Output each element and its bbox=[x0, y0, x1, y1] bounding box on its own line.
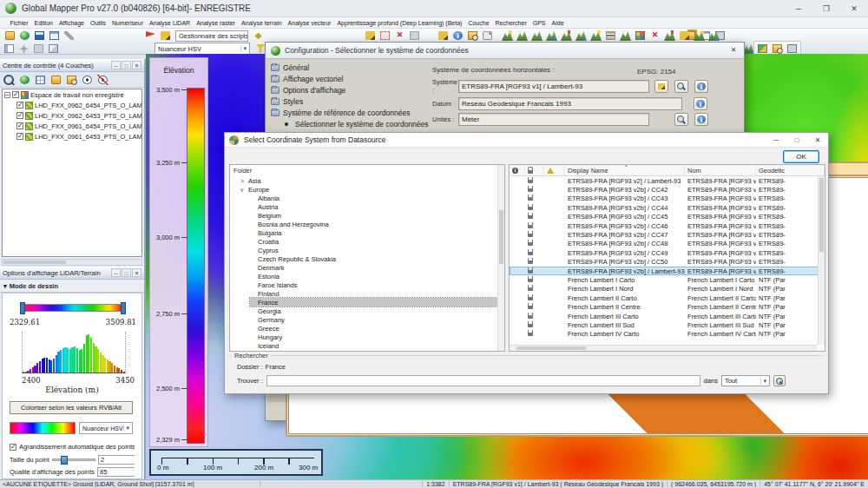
crs-row[interactable]: ETRS89-FRA [RGF93 v2b] / Lambert-93 ETRS… bbox=[510, 267, 825, 275]
path-profile-terrain-icon[interactable] bbox=[663, 30, 676, 42]
clear-terrain-icon[interactable]: ✕ bbox=[648, 30, 661, 42]
folder-country[interactable]: Greece bbox=[250, 324, 504, 333]
crs-row[interactable]: French Lambert I Nord French Lambert I N… bbox=[510, 285, 825, 293]
config-tree-select-crs[interactable]: Sélectionner le système de coordonnées bbox=[271, 118, 425, 129]
folder-country[interactable]: Austria bbox=[250, 202, 504, 211]
menu-item[interactable]: Outils bbox=[87, 20, 108, 26]
point-size-slider[interactable] bbox=[52, 458, 95, 461]
menu-item[interactable]: Numériseur bbox=[108, 20, 146, 26]
close-icon[interactable]: ✕ bbox=[840, 0, 868, 16]
panel-close-icon[interactable]: ✕ bbox=[132, 268, 141, 277]
shader-combo[interactable]: Nuanceur HSV bbox=[155, 43, 250, 55]
crs-row[interactable]: ETRS89-FRA [RGF93 v2b] / CC43 ETRS89-FRA… bbox=[510, 195, 825, 203]
folder-country[interactable]: Ireland bbox=[250, 350, 504, 352]
config-tree-crs[interactable]: Système de référence de coordonnées bbox=[271, 107, 425, 118]
menu-item[interactable]: Affichage bbox=[56, 20, 87, 26]
crs-row[interactable]: ETRS89-FRA [RGF93 v2b] / CC49 ETRS89-FRA… bbox=[510, 248, 825, 257]
colorize-rgb-button[interactable]: Coloriser selon les valeurs RVB/Alt bbox=[10, 401, 133, 414]
menu-item[interactable]: Rechercher bbox=[492, 20, 529, 26]
zoom-to-layer-icon[interactable] bbox=[65, 74, 78, 86]
layer-checkbox[interactable] bbox=[16, 122, 23, 129]
restore-icon[interactable]: ❐ bbox=[812, 0, 840, 16]
menu-item[interactable]: Apprentissage profond (Deep Learning) (B… bbox=[334, 20, 465, 26]
layer-checkbox[interactable] bbox=[12, 91, 19, 98]
tools-icon[interactable] bbox=[62, 30, 76, 42]
shader-dropdown[interactable]: Nuanceur HSV bbox=[79, 422, 133, 434]
quality-input[interactable]: 85 bbox=[97, 467, 135, 477]
folder-country[interactable]: Georgia bbox=[250, 307, 504, 315]
menu-item[interactable]: Analyse vecteur bbox=[285, 20, 334, 26]
folder-country[interactable]: Faroe Islands bbox=[250, 280, 504, 289]
layer-item[interactable]: LHD_FXX_0962_6454_PTS_O_LAMB93 bbox=[3, 100, 141, 110]
scripts-combo[interactable]: Gestionnaire des scripts favo bbox=[175, 30, 248, 42]
vertical-scrollbar[interactable] bbox=[818, 176, 825, 345]
terrain-flag-icon[interactable] bbox=[560, 30, 573, 42]
workspace-root[interactable]: − Espace de travail non enregistré bbox=[3, 89, 141, 100]
hillshade-icon[interactable] bbox=[589, 30, 602, 42]
folder-asia[interactable]: >Asia bbox=[240, 176, 504, 185]
crs-row[interactable]: ETRS89-FRA [RGF93 v2b] / CC47 ETRS89-FRA… bbox=[510, 230, 825, 239]
download-online-data-icon[interactable] bbox=[18, 30, 31, 42]
save-workspace-icon[interactable] bbox=[33, 30, 46, 42]
export-icon[interactable] bbox=[48, 30, 61, 42]
point-size-input[interactable]: 2 bbox=[98, 455, 135, 465]
menu-item[interactable]: Aide bbox=[549, 20, 567, 26]
folder-country[interactable]: Germany bbox=[250, 315, 504, 324]
folder-country[interactable]: Belgium bbox=[250, 211, 504, 220]
folder-country[interactable]: Croatia bbox=[250, 237, 504, 246]
search-crs-icon[interactable] bbox=[674, 80, 688, 93]
create-area-icon[interactable] bbox=[378, 30, 391, 42]
combine-terrain-icon[interactable] bbox=[545, 30, 558, 42]
folder-country[interactable]: Czech Republic & Slovakia bbox=[250, 254, 504, 263]
online-source-icon[interactable] bbox=[18, 74, 31, 86]
open-datafile-icon[interactable] bbox=[3, 30, 16, 42]
color-relief-icon[interactable] bbox=[604, 30, 617, 42]
search-scope-combo[interactable]: Tout bbox=[721, 375, 770, 386]
slider-handle-max[interactable] bbox=[121, 302, 126, 314]
crs-row[interactable]: ETRS89-FRA [RGF93 v2b] / CC42 ETRS89-FRA… bbox=[510, 185, 825, 194]
slider-thumb[interactable] bbox=[61, 456, 68, 465]
elevation-range-slider[interactable] bbox=[22, 304, 124, 312]
map-layout-icon[interactable] bbox=[756, 43, 769, 55]
crs-row[interactable]: French Lambert II Carto French Lambert I… bbox=[510, 293, 825, 302]
minimize-icon[interactable]: ─ bbox=[766, 133, 786, 147]
folder-europe[interactable]: vEurope bbox=[240, 185, 504, 194]
folder-country[interactable]: Iceland bbox=[250, 341, 504, 350]
feature-info-icon[interactable] bbox=[451, 30, 464, 42]
column-geodetic[interactable]: Geodetic bbox=[756, 165, 825, 175]
layer-item[interactable]: LHD_FXX_0961_6453_PTS_O_LAMB93 bbox=[3, 131, 141, 142]
folder-country[interactable]: Estonia bbox=[250, 272, 504, 280]
system-field[interactable]: ETRS89-FRA [RGF93 v1] / Lambert-93 bbox=[458, 80, 649, 93]
digitizer-icon[interactable] bbox=[364, 30, 377, 42]
layer-checkbox[interactable] bbox=[16, 102, 23, 109]
edit-feature-icon[interactable] bbox=[437, 30, 450, 42]
horizontal-scrollbar[interactable] bbox=[510, 345, 818, 351]
edit-script-icon[interactable] bbox=[159, 30, 172, 42]
flight-sim-icon[interactable] bbox=[17, 43, 30, 55]
folder-country[interactable]: Hungary bbox=[250, 333, 504, 341]
hide-layer-icon[interactable] bbox=[96, 74, 109, 86]
open-layer-icon[interactable] bbox=[3, 74, 16, 86]
folder-country[interactable]: Denmark bbox=[250, 263, 504, 272]
collapse-icon[interactable]: − bbox=[4, 92, 10, 98]
menu-item[interactable]: Fichier bbox=[7, 20, 31, 26]
maximize-icon[interactable]: □ bbox=[786, 133, 807, 147]
folder-france[interactable]: France bbox=[250, 298, 504, 307]
vertical-scrollbar[interactable] bbox=[497, 165, 504, 351]
datum-info-icon[interactable] bbox=[694, 97, 707, 110]
show-layer-icon[interactable] bbox=[81, 74, 94, 86]
folder-country[interactable]: Bulgaria bbox=[250, 228, 504, 237]
units-info-icon[interactable] bbox=[694, 113, 708, 126]
crs-row[interactable]: ETRS89-FRA [RGF93 v2] / Lambert-93 ETRS8… bbox=[510, 176, 825, 185]
units-field[interactable]: Meter bbox=[458, 113, 649, 126]
create-elevation-grid-icon[interactable] bbox=[501, 30, 514, 42]
run-script-icon[interactable]: ◆ bbox=[252, 30, 265, 42]
delete-feature-icon[interactable]: ✕ bbox=[393, 30, 406, 42]
new-folder-icon[interactable] bbox=[49, 74, 62, 86]
config-tree-styles[interactable]: Styles bbox=[271, 96, 425, 107]
water-level-icon[interactable] bbox=[707, 30, 720, 42]
move-feature-icon[interactable] bbox=[408, 30, 421, 42]
horizontal-scrollbar[interactable] bbox=[2, 259, 142, 266]
watershed-icon[interactable] bbox=[575, 30, 588, 42]
ok-button[interactable]: OK bbox=[783, 150, 819, 163]
